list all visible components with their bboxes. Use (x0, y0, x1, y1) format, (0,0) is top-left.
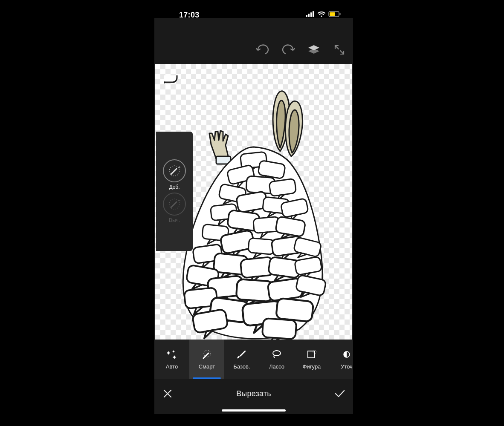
subtract-selection-tool[interactable]: − Выч. (163, 193, 186, 223)
shape-select-icon (306, 349, 317, 360)
svg-rect-6 (340, 13, 341, 15)
mode-basic[interactable]: Базов. (224, 340, 259, 379)
svg-text:+: + (178, 164, 180, 170)
undo-icon (256, 44, 269, 55)
undo-button[interactable] (256, 43, 269, 57)
svg-rect-11 (164, 75, 177, 82)
add-selection-tool[interactable]: + Доб. (163, 159, 186, 190)
mode-label: Уточ (341, 363, 353, 370)
mode-label: Базов. (233, 363, 250, 370)
svg-rect-10 (216, 156, 231, 164)
lasso-icon (271, 349, 282, 360)
svg-rect-1 (308, 14, 310, 17)
layers-button[interactable] (307, 43, 321, 57)
sparkles-icon (166, 349, 178, 360)
fullscreen-button[interactable] (333, 43, 346, 57)
mode-label: Лассо (269, 363, 284, 370)
svg-text:−: − (178, 198, 180, 203)
svg-rect-2 (310, 12, 312, 17)
check-icon (334, 389, 345, 398)
top-toolbar (154, 18, 353, 63)
mode-label: Фигура (303, 363, 321, 370)
magic-wand-add-icon: + (163, 159, 186, 182)
page-stage: 17:03 (0, 0, 504, 426)
redo-icon (281, 44, 295, 55)
selection-modes: Авто Смарт Базов. Лассо (154, 340, 353, 379)
subtract-selection-label: Выч. (169, 217, 180, 223)
svg-marker-9 (308, 49, 319, 54)
svg-point-4 (321, 15, 322, 17)
mode-auto[interactable]: Авто (154, 340, 189, 379)
svg-rect-3 (313, 11, 314, 17)
action-title: Вырезать (236, 389, 271, 398)
home-indicator[interactable] (222, 409, 286, 412)
mode-label: Смарт (199, 363, 215, 370)
brush-icon (236, 349, 247, 360)
mode-refine[interactable]: Уточ (329, 340, 353, 379)
bottom-actions: Вырезать (154, 379, 353, 409)
cancel-button[interactable] (161, 387, 174, 400)
confirm-button[interactable] (333, 387, 346, 400)
svg-rect-0 (306, 15, 307, 17)
svg-rect-18 (308, 351, 315, 358)
close-icon (163, 389, 172, 398)
side-panel: + Доб. − Выч. (156, 132, 193, 251)
mode-lasso[interactable]: Лассо (259, 340, 294, 379)
svg-rect-7 (330, 12, 335, 16)
magic-wand-icon (201, 349, 212, 360)
mode-label: Авто (166, 363, 178, 370)
redo-button[interactable] (281, 43, 295, 57)
fullscreen-icon (334, 44, 345, 55)
mode-shape[interactable]: Фигура (294, 340, 329, 379)
refine-edge-icon (342, 349, 351, 360)
mode-smart[interactable]: Смарт (189, 340, 224, 379)
add-selection-label: Доб. (169, 184, 180, 190)
layers-icon (307, 44, 320, 55)
app-frame: + Доб. − Выч. Авто (154, 18, 353, 414)
magic-wand-subtract-icon: − (163, 193, 186, 216)
image-canvas[interactable]: + Доб. − Выч. (155, 64, 352, 340)
